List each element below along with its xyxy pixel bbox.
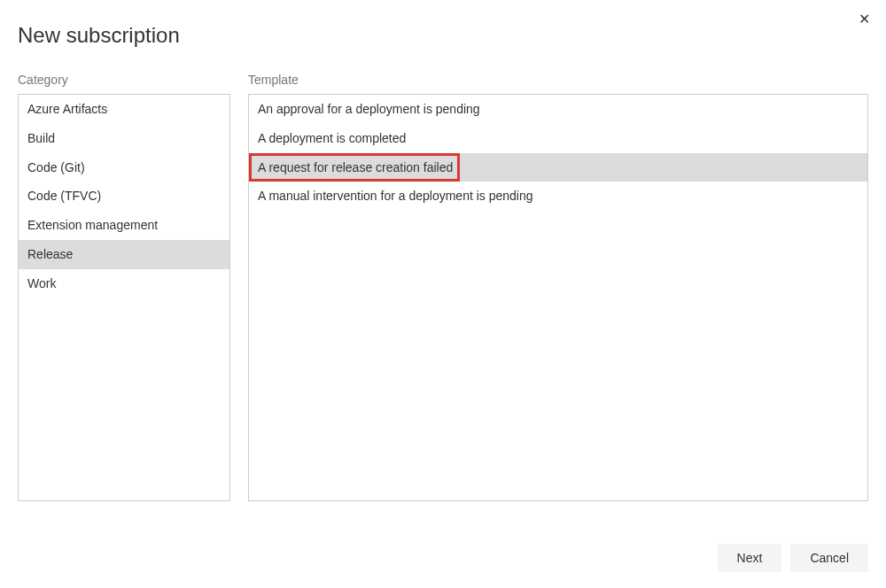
close-button[interactable]: ✕	[855, 9, 874, 30]
category-item-code-git[interactable]: Code (Git)	[19, 153, 229, 182]
close-icon: ✕	[859, 12, 870, 27]
template-item-deployment-completed[interactable]: A deployment is completed	[249, 124, 867, 153]
dialog-footer: Next Cancel	[18, 530, 868, 588]
category-label: Category	[18, 73, 230, 87]
category-item-code-tfvc[interactable]: Code (TFVC)	[19, 182, 229, 211]
template-list: An approval for a deployment is pending …	[248, 94, 868, 501]
template-item-approval-pending[interactable]: An approval for a deployment is pending	[249, 95, 867, 124]
section-labels: Category Template	[18, 73, 868, 87]
category-item-azure-artifacts[interactable]: Azure Artifacts	[19, 95, 229, 124]
category-item-work[interactable]: Work	[19, 269, 229, 298]
category-item-release[interactable]: Release	[19, 240, 229, 269]
template-item-manual-intervention-pending[interactable]: A manual intervention for a deployment i…	[249, 182, 867, 211]
template-label: Template	[248, 73, 868, 87]
next-button[interactable]: Next	[718, 544, 782, 572]
category-item-build[interactable]: Build	[19, 124, 229, 153]
new-subscription-dialog: ✕ New subscription Category Template Azu…	[0, 0, 886, 588]
cancel-button[interactable]: Cancel	[790, 544, 868, 572]
category-list: Azure Artifacts Build Code (Git) Code (T…	[18, 94, 230, 501]
dialog-title: New subscription	[18, 23, 868, 48]
category-item-extension-management[interactable]: Extension management	[19, 211, 229, 240]
template-item-release-creation-failed[interactable]: A request for release creation failed	[249, 153, 867, 182]
template-item-label: A request for release creation failed	[258, 160, 453, 174]
